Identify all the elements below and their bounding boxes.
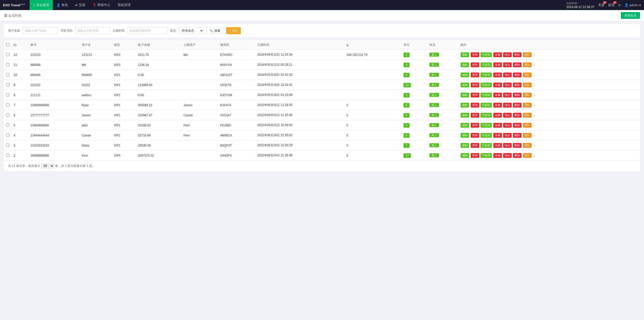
per-page-select[interactable]: 20 50 100 [41, 163, 54, 168]
address-button[interactable]: 地址 [503, 123, 512, 128]
withdraw-enable-button[interactable]: 可提现 [480, 52, 492, 57]
username-input[interactable] [23, 27, 58, 34]
more-button[interactable]: ... [533, 113, 536, 117]
edit-button[interactable]: 编辑 [461, 123, 469, 128]
more-button[interactable]: ... [533, 93, 536, 97]
delete-button[interactable]: 删除 [513, 103, 521, 108]
more-button[interactable]: ... [533, 144, 536, 147]
row-checkbox[interactable] [6, 53, 9, 56]
edit-button[interactable]: 编辑 [461, 83, 469, 87]
nav-help[interactable]: ❓ 帮助中心 [89, 0, 114, 10]
balance-button[interactable]: 余额 [493, 103, 502, 108]
team-button[interactable]: 团队 [523, 93, 532, 97]
edit-button[interactable]: 编辑 [461, 133, 469, 138]
team-button[interactable]: 团队 [523, 62, 532, 67]
delete-button[interactable]: 删除 [513, 73, 521, 77]
withdraw-enable-button[interactable]: 可提现 [480, 62, 492, 67]
balance-button[interactable]: 余额 [493, 83, 502, 87]
ban-button[interactable]: 禁用 [471, 103, 479, 108]
address-button[interactable]: 地址 [503, 143, 512, 148]
address-button[interactable]: 地址 [503, 93, 512, 97]
balance-button[interactable]: 余额 [493, 113, 502, 118]
edit-button[interactable]: 编辑 [461, 103, 469, 108]
edit-button[interactable]: 编辑 [461, 73, 469, 77]
withdraw-enable-button[interactable]: 可提现 [480, 103, 492, 108]
ban-button[interactable]: 禁用 [471, 52, 479, 57]
row-checkbox[interactable] [6, 73, 9, 76]
delete-button[interactable]: 删除 [513, 113, 521, 118]
address-button[interactable]: 地址 [503, 62, 512, 67]
balance-button[interactable]: 余额 [493, 143, 502, 148]
delete-button[interactable]: 删除 [513, 62, 521, 67]
row-checkbox[interactable] [6, 103, 9, 106]
team-button[interactable]: 团队 [523, 123, 532, 128]
withdraw-enable-button[interactable]: 可提现 [480, 73, 492, 77]
ban-button[interactable]: 禁用 [471, 113, 479, 118]
row-checkbox[interactable] [6, 93, 9, 96]
withdraw-enable-button[interactable]: 可提现 [480, 143, 492, 148]
address-button[interactable]: 地址 [503, 83, 512, 87]
edit-button[interactable]: 编辑 [461, 62, 469, 67]
more-button[interactable]: ... [533, 83, 536, 87]
team-button[interactable]: 团队 [523, 113, 532, 118]
balance-button[interactable]: 余额 [493, 93, 502, 97]
delete-button[interactable]: 删除 [513, 143, 521, 148]
withdraw-enable-button[interactable]: 可提现 [480, 133, 492, 138]
balance-button[interactable]: 余额 [493, 123, 502, 128]
select-all-checkbox[interactable] [6, 43, 9, 46]
balance-button[interactable]: 余额 [493, 133, 502, 138]
team-button[interactable]: 团队 [523, 52, 532, 57]
address-button[interactable]: 地址 [503, 113, 512, 118]
more-button[interactable]: ... [533, 53, 536, 56]
more-button[interactable]: ... [533, 103, 536, 107]
team-button[interactable]: 团队 [523, 83, 532, 87]
phone-input[interactable] [75, 27, 110, 34]
team-button[interactable]: 团队 [523, 143, 532, 148]
ban-button[interactable]: 禁用 [471, 62, 479, 67]
export-button[interactable]: ↑ 导出 [226, 27, 241, 34]
row-checkbox[interactable] [6, 154, 9, 157]
refresh-button[interactable]: ↻ [618, 3, 621, 7]
ban-button[interactable]: 禁用 [471, 93, 479, 97]
withdraw-enable-button[interactable]: 可提现 [480, 93, 492, 97]
search-button[interactable]: 🔍 搜索 [206, 27, 224, 34]
team-button[interactable]: 团队 [523, 73, 532, 77]
nav-dashboard[interactable]: ⌂ 后台首页 [30, 0, 53, 10]
balance-button[interactable]: 余额 [493, 52, 502, 57]
more-button[interactable]: ... [533, 154, 536, 157]
more-button[interactable]: ... [533, 63, 536, 66]
withdraw-button[interactable]: 提现 7 [608, 3, 615, 7]
withdraw-enable-button[interactable]: 可提现 [480, 123, 492, 128]
user-menu[interactable]: 👤 admin ▾ [624, 3, 641, 7]
ban-button[interactable]: 禁用 [471, 153, 479, 158]
recharge-button[interactable]: 充值 0 [598, 3, 605, 7]
withdraw-enable-button[interactable]: 可提现 [480, 153, 492, 158]
address-button[interactable]: 地址 [503, 73, 512, 77]
row-checkbox[interactable] [6, 83, 9, 86]
reg-time-input[interactable] [127, 27, 168, 34]
delete-button[interactable]: 删除 [513, 133, 521, 138]
edit-button[interactable]: 编辑 [461, 113, 469, 118]
row-checkbox[interactable] [6, 63, 9, 66]
edit-button[interactable]: 编辑 [461, 52, 469, 57]
add-member-button[interactable]: 添加会员 [621, 12, 640, 19]
address-button[interactable]: 地址 [503, 133, 512, 138]
address-button[interactable]: 地址 [503, 153, 512, 158]
more-button[interactable]: ... [533, 123, 536, 127]
ban-button[interactable]: 禁用 [471, 133, 479, 138]
edit-button[interactable]: 编辑 [461, 93, 469, 97]
ban-button[interactable]: 禁用 [471, 123, 479, 128]
row-checkbox[interactable] [6, 144, 9, 147]
nav-transaction[interactable]: ⇄ 交易 [71, 0, 89, 10]
team-button[interactable]: 团队 [523, 153, 532, 158]
balance-button[interactable]: 余额 [493, 153, 502, 158]
team-button[interactable]: 团队 [523, 133, 532, 138]
nav-system[interactable]: 系统管理 [114, 0, 134, 10]
delete-button[interactable]: 删除 [513, 153, 521, 158]
withdraw-enable-button[interactable]: 可提现 [480, 113, 492, 118]
more-button[interactable]: ... [533, 133, 536, 137]
delete-button[interactable]: 删除 [513, 123, 521, 128]
address-button[interactable]: 地址 [503, 103, 512, 108]
delete-button[interactable]: 删除 [513, 93, 521, 97]
row-checkbox[interactable] [6, 123, 9, 127]
